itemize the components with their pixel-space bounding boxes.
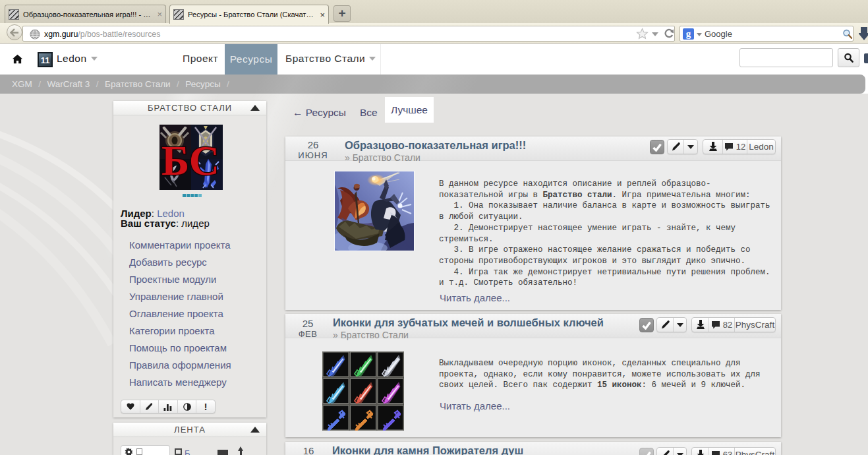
svg-text:БС: БС xyxy=(161,137,219,184)
